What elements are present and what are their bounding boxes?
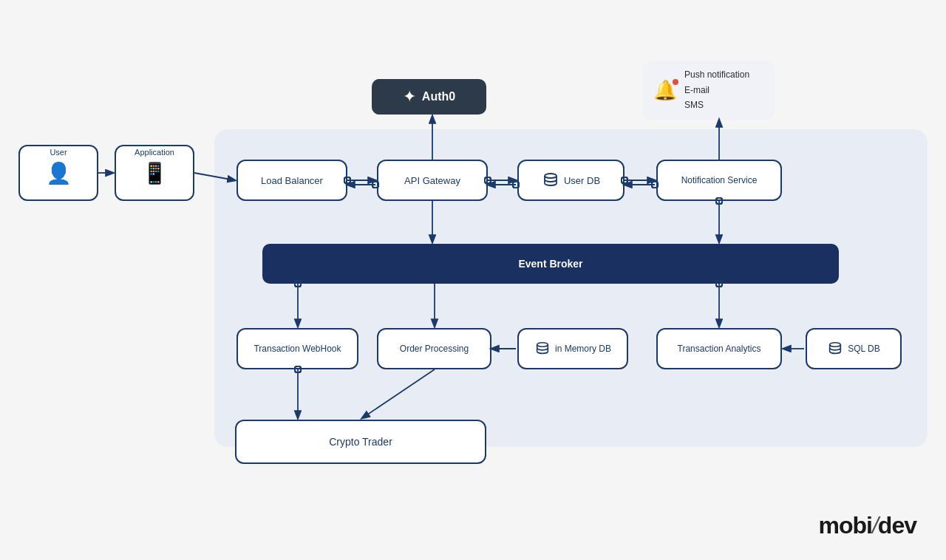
- svg-point-1: [537, 343, 548, 347]
- logo-text-dev: dev: [878, 512, 916, 539]
- order-processing-node: Order Processing: [377, 328, 491, 369]
- order-processing-label: Order Processing: [400, 344, 469, 354]
- sql-db-icon: [827, 341, 843, 357]
- person-icon: 👤: [46, 162, 72, 185]
- memory-db-icon: [534, 341, 551, 357]
- user-node: User 👤: [18, 145, 98, 201]
- sql-db-label: SQL DB: [848, 344, 880, 354]
- notification-info-box: 🔔 Push notification E-mail SMS: [643, 61, 775, 120]
- notification-service-node: Notification Service: [656, 160, 782, 201]
- diagram: 🔔 Push notification E-mail SMS ✦ Auth0 U…: [0, 0, 946, 560]
- transaction-webhook-node: Transaction WebHook: [236, 328, 358, 369]
- api-gateway-node: API Gateway: [377, 160, 488, 201]
- notif-line1: Push notification: [684, 67, 749, 82]
- user-db-node: User DB: [517, 160, 625, 201]
- logo-text-mobi: mobi: [819, 512, 872, 539]
- in-memory-db-node: in Memory DB: [517, 328, 628, 369]
- crypto-trader-label: Crypto Trader: [329, 436, 392, 448]
- application-node: Application 📱: [115, 145, 194, 201]
- bell-icon: 🔔: [653, 79, 677, 102]
- database-icon: [542, 171, 559, 189]
- auth0-node: ✦ Auth0: [372, 79, 486, 115]
- event-broker-node: Event Broker: [262, 244, 839, 284]
- load-balancer-node: Load Balancer: [236, 160, 347, 201]
- sql-db-node: SQL DB: [806, 328, 902, 369]
- event-broker-label: Event Broker: [518, 258, 582, 270]
- application-node-label: Application: [135, 148, 174, 157]
- transaction-webhook-label: Transaction WebHook: [253, 344, 341, 354]
- notif-line3: SMS: [684, 98, 749, 112]
- mobidev-logo: mobi/dev: [819, 512, 916, 539]
- notif-line2: E-mail: [684, 83, 749, 98]
- crypto-trader-node: Crypto Trader: [235, 420, 486, 464]
- svg-point-2: [830, 343, 841, 347]
- transaction-analytics-label: Transaction Analytics: [678, 344, 761, 354]
- notification-service-label: Notification Service: [681, 175, 758, 185]
- auth0-label: Auth0: [422, 90, 455, 103]
- user-db-label: User DB: [564, 175, 600, 186]
- load-balancer-label: Load Balancer: [261, 175, 323, 186]
- in-memory-db-label: in Memory DB: [555, 344, 611, 354]
- transaction-analytics-node: Transaction Analytics: [656, 328, 782, 369]
- logo-slash: /: [872, 512, 878, 539]
- user-node-label: User: [50, 148, 67, 157]
- auth0-star-icon: ✦: [403, 87, 416, 106]
- api-gateway-label: API Gateway: [404, 175, 460, 186]
- phone-icon: 📱: [142, 162, 168, 185]
- svg-point-0: [545, 174, 557, 178]
